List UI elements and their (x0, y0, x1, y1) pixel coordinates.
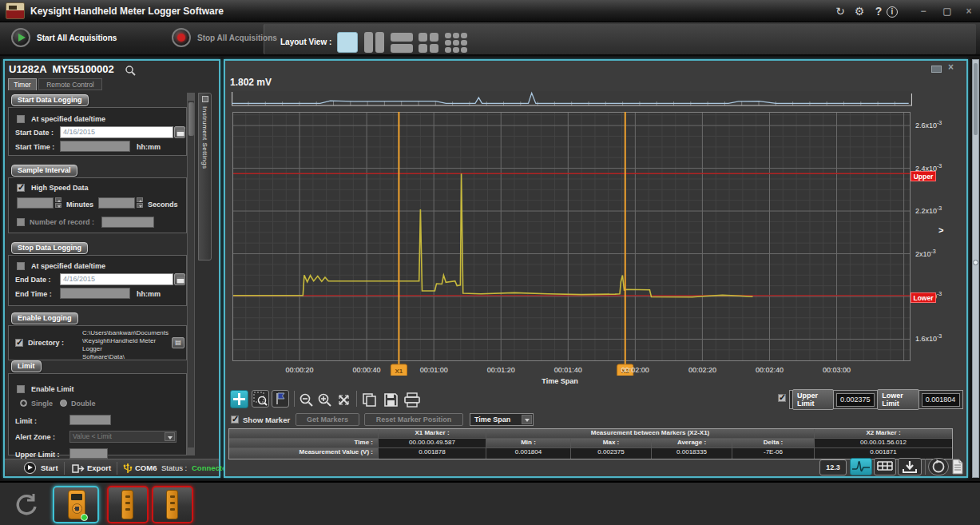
layout-grid-2x2-button[interactable] (419, 32, 439, 53)
instrument-settings-icon (202, 96, 208, 102)
minimize-button[interactable]: − (915, 5, 931, 18)
alert-zone-dropdown[interactable]: Value < Limit (69, 431, 177, 443)
layout-two-rows-button[interactable] (391, 32, 413, 53)
start-date-input[interactable]: 4/16/2015 (60, 126, 173, 138)
device-thumbnail-3[interactable] (152, 486, 193, 523)
window-scrollbar-thumb[interactable] (974, 63, 978, 135)
device-panel-scrollbar[interactable] (187, 93, 195, 455)
stop-all-acquisitions-button[interactable]: Stop All Acquisitions (172, 28, 277, 47)
calendar-icon[interactable] (174, 273, 185, 285)
export-button[interactable]: Export (87, 463, 111, 472)
enable-limit-checkbox[interactable] (17, 385, 25, 393)
window-scrollbar[interactable] (972, 59, 979, 478)
calendar-icon[interactable] (174, 126, 185, 138)
limits-display-checkbox[interactable] (778, 394, 786, 402)
layout-grid-3x3-button[interactable] (445, 32, 467, 53)
flag-marker-button[interactable] (272, 390, 289, 408)
table-view-button[interactable] (874, 458, 896, 475)
sync-icon[interactable]: ↻ (832, 5, 848, 18)
zoom-in-icon[interactable] (317, 392, 332, 408)
section-limit[interactable]: Limit (11, 360, 42, 372)
x-tick-label: 00:00:40 (341, 366, 392, 374)
section-stop-data-logging[interactable]: Stop Data Logging (11, 242, 88, 254)
window-title: Keysight Handheld Meter Logger Software (30, 6, 224, 17)
section-enable-logging[interactable]: Enable Logging (11, 312, 78, 324)
x-tick-label: 00:00:20 (274, 366, 325, 374)
zoom-fit-icon[interactable] (336, 392, 351, 408)
lower-limit-value[interactable]: 0.001804 (922, 393, 960, 407)
browse-folder-icon[interactable]: ▤ (172, 337, 184, 348)
show-marker-checkbox[interactable] (231, 416, 239, 424)
directory-checkbox[interactable] (15, 339, 23, 347)
panel-close-icon[interactable]: × (948, 62, 954, 73)
section-sample-interval[interactable]: Sample Interval (11, 165, 77, 177)
scroll-down-icon[interactable] (188, 447, 195, 455)
end-time-input[interactable] (60, 288, 130, 299)
device-status-bar: Start Export COM6 Status : Connected (5, 459, 219, 476)
at-datetime-checkbox[interactable] (17, 115, 25, 123)
upper-limit-input[interactable] (69, 448, 108, 459)
copy-icon[interactable] (361, 392, 379, 408)
number-of-record-checkbox[interactable] (17, 218, 25, 226)
chevron-right-icon[interactable]: > (938, 225, 943, 235)
scroll-up-icon[interactable] (188, 93, 195, 101)
minutes-input[interactable] (17, 197, 54, 209)
digits-view-button[interactable]: 12.3 (819, 459, 847, 475)
pan-tool-button[interactable] (230, 390, 248, 408)
chevron-down-icon[interactable] (165, 432, 175, 441)
scrollbar-thumb[interactable] (188, 102, 194, 136)
reset-marker-position-button[interactable]: Reset Marker Position (364, 413, 463, 426)
gear-icon[interactable]: ⚙ (851, 5, 867, 18)
time-span-dropdown[interactable]: Time Span (470, 413, 534, 426)
end-date-input[interactable]: 4/16/2015 (60, 273, 173, 285)
tab-timer[interactable]: Timer (8, 78, 37, 90)
section-start-data-logging[interactable]: Start Data Logging (11, 94, 89, 106)
limit-fields: Upper Limit 0.002375 Lower Limit 0.00180… (789, 390, 963, 409)
help-icon[interactable]: ? (871, 5, 887, 18)
maximize-button[interactable]: ▢ (939, 5, 955, 18)
limit-input[interactable] (69, 415, 111, 425)
start-time-input[interactable] (60, 141, 130, 152)
record-loop-button[interactable] (928, 458, 949, 475)
seconds-input[interactable] (98, 197, 135, 209)
layout-two-columns-button[interactable] (364, 32, 385, 53)
device-thumbnail-2[interactable] (107, 486, 149, 523)
number-of-record-input[interactable] (101, 217, 154, 228)
high-speed-checkbox[interactable] (17, 184, 25, 192)
single-radio[interactable] (20, 400, 27, 407)
close-button[interactable]: × (961, 5, 977, 18)
panel-restore-icon[interactable] (931, 66, 942, 73)
report-document-button[interactable] (950, 458, 965, 475)
start-all-acquisitions-button[interactable]: Start All Acquisitions (11, 28, 117, 47)
stop-at-datetime-checkbox[interactable] (17, 262, 25, 270)
print-icon[interactable] (403, 392, 421, 408)
zoom-out-icon[interactable] (299, 392, 314, 408)
overview-strip[interactable] (232, 91, 912, 106)
double-radio[interactable] (60, 400, 67, 407)
get-markers-button[interactable]: Get Markers (296, 413, 359, 426)
max-value: 0.002375 (571, 448, 651, 459)
upper-limit-value[interactable]: 0.002375 (836, 393, 875, 407)
x-tick-label: 00:01:20 (475, 366, 526, 374)
measurement-chart[interactable]: X1X2 (232, 112, 911, 376)
tab-remote-control[interactable]: Remote Control (38, 78, 102, 90)
info-icon[interactable]: i (887, 6, 898, 18)
waveform-view-button[interactable] (850, 458, 872, 475)
device-thumbnail-u1282a[interactable] (53, 486, 99, 523)
chevron-down-icon[interactable] (522, 415, 532, 424)
x2-time: 00.00.01.56.012 (815, 439, 952, 447)
seconds-stepper[interactable] (137, 197, 143, 209)
layout-single-button[interactable] (337, 32, 358, 53)
device-thumbnail-strip (0, 481, 980, 525)
download-data-button[interactable] (898, 458, 922, 475)
delta-label: Delta : (732, 439, 814, 447)
search-icon[interactable] (125, 65, 136, 76)
minutes-stepper[interactable] (55, 197, 61, 209)
refresh-devices-icon[interactable] (13, 491, 40, 518)
x-tick-label: 00:03:00 (811, 366, 863, 374)
tab-instrument-settings[interactable]: Instrument Settings (198, 93, 212, 261)
zoom-region-button[interactable] (252, 390, 269, 408)
start-button[interactable]: Start (41, 463, 58, 472)
save-icon[interactable] (383, 392, 399, 408)
marker-table: X1 Marker : Measurement between Markers … (228, 428, 953, 459)
